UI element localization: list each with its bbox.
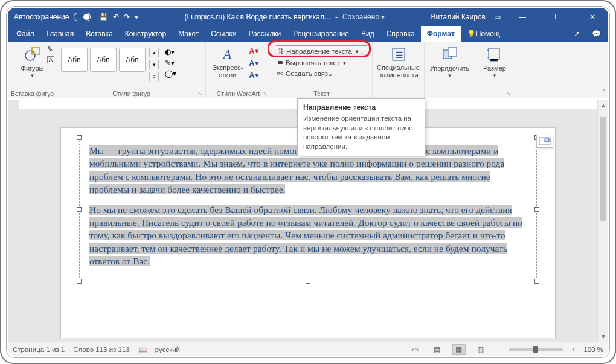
collapse-ribbon-icon[interactable]: ˄ xyxy=(602,89,606,97)
scroll-thumb[interactable] xyxy=(600,117,606,221)
edit-shape-icon[interactable]: ✎ xyxy=(47,45,54,54)
shape-fill-icon[interactable]: ◐▾ xyxy=(165,48,176,56)
share-button[interactable]: ↗ xyxy=(568,26,585,42)
redo-icon[interactable]: ↷ xyxy=(124,13,130,21)
gallery-down-icon[interactable]: ▾ xyxy=(149,60,159,69)
shape-style-2[interactable]: Абв xyxy=(90,48,117,72)
arrange-icon xyxy=(441,45,459,63)
page[interactable]: Мы — группа энтузиастов, одержимых идеей… xyxy=(60,127,556,338)
zoom-in-button[interactable]: + xyxy=(571,346,576,353)
tab-help[interactable]: Справка xyxy=(380,26,421,42)
text-box-icon[interactable]: A xyxy=(47,56,54,63)
minimize-button[interactable]: — xyxy=(509,8,536,26)
shape-effects-icon[interactable]: ◯▾ xyxy=(165,69,176,78)
undo-icon[interactable]: ↶ xyxy=(113,13,119,21)
wordart-icon: A xyxy=(219,45,237,63)
group-wordart-label: Стили WordArt xyxy=(206,90,271,97)
tab-view[interactable]: Вид xyxy=(355,26,380,42)
chevron-down-icon: ▼ xyxy=(342,60,347,66)
group-text-label: Текст xyxy=(271,90,372,97)
align-text-button[interactable]: ≣ Выровнять текст ▼ xyxy=(275,57,368,68)
size-button[interactable]: Размер ▼ xyxy=(479,44,510,80)
tooltip-title: Направление текста xyxy=(303,103,419,112)
scroll-up-icon[interactable]: ▴ xyxy=(598,100,608,110)
document-title: (Lumpics.ru) Как в Ворде писать вертикал… xyxy=(184,13,330,21)
group-insert-shapes-label: Вставка фигур xyxy=(8,90,57,97)
wordart-launcher[interactable]: ↘ xyxy=(263,91,269,97)
chevron-down-icon: ▼ xyxy=(30,73,35,78)
gallery-up-icon[interactable]: ▴ xyxy=(149,48,159,57)
tab-insert[interactable]: Вставка xyxy=(80,26,119,42)
text-fill-icon[interactable]: A▾ xyxy=(249,46,258,56)
web-layout-button[interactable]: ▥ xyxy=(474,344,487,355)
svg-rect-8 xyxy=(545,139,549,142)
accessibility-icon: ☰ xyxy=(390,45,408,63)
shape-style-1[interactable]: Абв xyxy=(61,48,88,72)
spellcheck-icon[interactable]: 📖 xyxy=(138,345,147,354)
tab-design[interactable]: Конструктор xyxy=(119,26,172,42)
title-bar: Автосохранение 💾 ↶ ↷ ▾ (Lumpics.ru) Как … xyxy=(8,8,608,26)
zoom-level[interactable]: 100 % xyxy=(583,346,603,353)
size-label: Размер xyxy=(483,65,506,72)
tab-review[interactable]: Рецензирование xyxy=(287,26,355,42)
autosave-toggle[interactable] xyxy=(74,13,91,21)
size-launcher[interactable]: ↘ xyxy=(506,91,512,97)
tab-file[interactable]: Файл xyxy=(10,26,40,42)
layout-options-button[interactable] xyxy=(536,135,553,148)
align-text-icon: ≣ xyxy=(277,59,283,67)
comments-button[interactable]: 💬 xyxy=(588,26,605,42)
tab-mailings[interactable]: Рассылки xyxy=(242,26,287,42)
zoom-slider[interactable] xyxy=(509,348,563,351)
accessibility-button[interactable]: ☰ Специальные возможности xyxy=(376,44,420,80)
arrange-label: Упорядочить xyxy=(430,65,469,72)
word-count[interactable]: Слово 113 из 113 xyxy=(73,346,130,353)
size-icon xyxy=(486,45,504,63)
save-icon[interactable]: 💾 xyxy=(99,13,108,21)
tab-format[interactable]: Формат xyxy=(421,26,461,42)
wordart-styles-button[interactable]: A Экспресс- стили xyxy=(210,44,245,80)
tab-layout[interactable]: Макет xyxy=(172,26,205,42)
text-outline-icon[interactable]: A▾ xyxy=(249,59,258,68)
close-button[interactable]: ✕ xyxy=(579,8,606,26)
wordart-label: Экспресс- стили xyxy=(212,65,243,78)
shape-outline-icon[interactable]: ✎▾ xyxy=(165,59,176,67)
tab-home[interactable]: Главная xyxy=(40,26,80,42)
resize-handle[interactable] xyxy=(306,279,310,284)
focus-mode-button[interactable]: ▭ xyxy=(409,344,422,355)
tooltip: Направление текста Изменение ориентации … xyxy=(297,98,425,156)
autosave-label: Автосохранение xyxy=(14,13,69,21)
tell-me[interactable]: 💡 Помощ xyxy=(461,26,506,42)
shape-styles-launcher[interactable]: ↘ xyxy=(197,91,204,97)
print-layout-button[interactable]: ▦ xyxy=(452,344,466,355)
language-indicator[interactable]: русский xyxy=(155,346,180,353)
tab-references[interactable]: Ссылки xyxy=(205,26,242,42)
body-text[interactable]: Мы — группа энтузиастов, одержимых идеей… xyxy=(89,144,527,267)
scroll-down-icon[interactable]: ▾ xyxy=(598,331,608,342)
svg-rect-6 xyxy=(489,48,499,59)
svg-rect-5 xyxy=(448,48,457,56)
text-box[interactable]: Мы — группа энтузиастов, одержимых идеей… xyxy=(79,138,537,281)
ribbon: Фигуры ▼ ✎ A Вставка фигур Абв Абв Абв ▴… xyxy=(8,42,608,98)
resize-handle[interactable] xyxy=(77,207,82,212)
gallery-more-icon[interactable]: ▿ xyxy=(149,72,159,81)
group-shape-styles-label: Стили фигур xyxy=(57,90,205,97)
resize-handle[interactable] xyxy=(534,279,539,284)
user-name[interactable]: Виталий Каиров xyxy=(431,13,486,21)
arrange-button[interactable]: Упорядочить ▼ xyxy=(428,44,471,80)
zoom-out-button[interactable]: − xyxy=(496,346,500,353)
read-mode-button[interactable]: ▤ xyxy=(431,344,444,355)
ribbon-display-icon[interactable]: ▭ xyxy=(494,13,501,21)
resize-handle[interactable] xyxy=(77,279,82,284)
text-effects-icon[interactable]: A▾ xyxy=(249,71,258,80)
page-indicator[interactable]: Страница 1 из 1 xyxy=(13,346,65,353)
chevron-down-icon: ▼ xyxy=(448,73,452,78)
text-direction-label: Направление текста xyxy=(286,48,352,55)
vertical-scrollbar[interactable]: ▴ ▾ xyxy=(597,100,608,342)
svg-point-0 xyxy=(25,51,35,60)
resize-handle[interactable] xyxy=(77,135,82,140)
text-direction-button[interactable]: ⇅ Направление текста ▼ xyxy=(275,45,368,57)
shape-style-3[interactable]: Абв xyxy=(119,48,146,72)
resize-handle[interactable] xyxy=(534,207,539,212)
create-link-button[interactable]: ⚯ Создать связь xyxy=(275,68,368,79)
maximize-button[interactable]: ☐ xyxy=(544,8,571,26)
